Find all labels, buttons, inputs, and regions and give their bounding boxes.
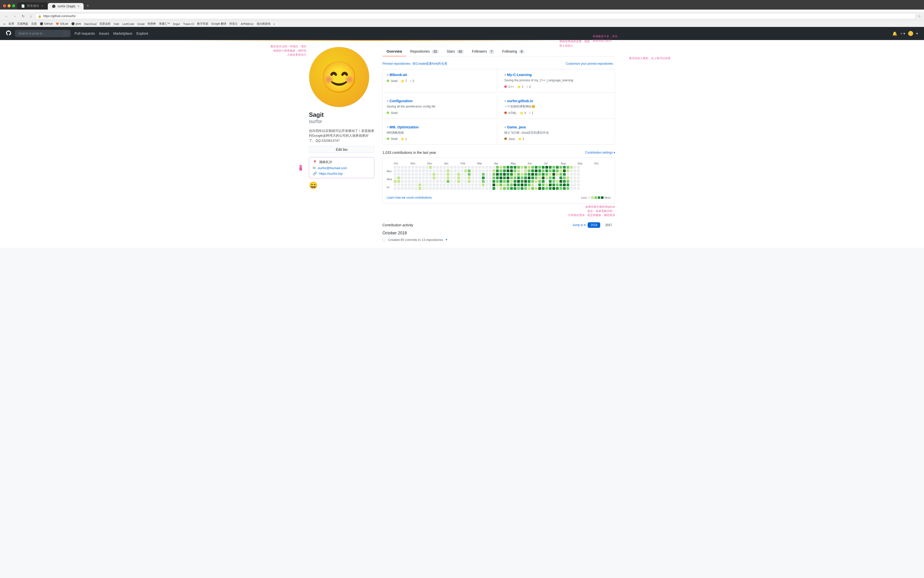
- contrib-day: [422, 173, 425, 176]
- notifications-bell[interactable]: 🔔: [892, 31, 897, 36]
- learn-link[interactable]: Learn how we count contributions.: [387, 196, 432, 200]
- tab-1-close[interactable]: ✕: [41, 4, 43, 8]
- contrib-week: [549, 166, 552, 190]
- contrib-day: [454, 173, 456, 176]
- contrib-day: [549, 187, 552, 190]
- website-link[interactable]: https://ourfor.top: [319, 172, 343, 175]
- tab-overview[interactable]: Overview: [382, 47, 406, 57]
- user-avatar[interactable]: [908, 31, 913, 36]
- refresh-button[interactable]: ↻: [20, 14, 26, 19]
- bookmark-baidu[interactable]: 百度: [31, 22, 37, 26]
- contrib-day: [443, 169, 446, 172]
- bookmark-gitlab[interactable]: 🦊 GitLab: [56, 22, 68, 26]
- tab-2[interactable]: ⚫ ourfor (Sagit) ✕: [48, 3, 84, 10]
- contrib-title: 1,033 contributions in the last year: [382, 151, 436, 154]
- bookmark-gmail[interactable]: Gmail: [137, 23, 145, 26]
- bookmark-leetcode[interactable]: LeetCode: [122, 23, 135, 26]
- bookmark-travis[interactable]: Travis CI: [183, 23, 194, 26]
- contrib-day: [471, 173, 474, 176]
- contrib-week: [404, 166, 407, 190]
- contrib-day: [408, 180, 411, 183]
- bookmark-imgur[interactable]: Imgur: [173, 23, 180, 26]
- contrib-day: [538, 169, 541, 172]
- repo-name-3[interactable]: Configuration: [390, 99, 412, 103]
- more-bookmarks[interactable]: »: [273, 23, 275, 26]
- tab-stars[interactable]: Stars 92: [443, 47, 468, 57]
- contrib-day: [432, 177, 435, 179]
- contrib-day: [411, 180, 414, 183]
- bookmark-zhihushu[interactable]: 智慧树: [148, 22, 156, 26]
- edit-bio-button[interactable]: Edit bio: [309, 146, 374, 153]
- repo-name-6[interactable]: Game_java: [507, 125, 526, 129]
- bookmark-daocloud[interactable]: DaoCloud: [84, 23, 96, 26]
- bookmark-github[interactable]: ⚫ GitHub: [40, 22, 53, 26]
- home-button[interactable]: ⌂: [28, 14, 33, 19]
- contrib-day: [528, 169, 531, 172]
- contrib-day: [552, 187, 555, 190]
- repo-name-2[interactable]: My-C-Learning: [507, 73, 532, 77]
- contrib-day: [489, 173, 492, 176]
- contrib-day: [482, 166, 485, 169]
- bookmark-icon[interactable]: ☆: [918, 14, 921, 18]
- repo-name-5[interactable]: MI6_Optimization: [390, 125, 419, 129]
- repo-name-4[interactable]: ourfor.github.io: [507, 99, 533, 103]
- contrib-day: [468, 183, 471, 186]
- contrib-day: [538, 173, 541, 176]
- jump-to-button[interactable]: Jump to ▾: [573, 223, 586, 227]
- nav-pull-requests[interactable]: Pull requests: [75, 31, 95, 36]
- tab-followers[interactable]: Followers 7: [468, 47, 498, 57]
- contrib-day: [535, 180, 538, 183]
- contrib-day: [500, 180, 502, 183]
- year-2017-button[interactable]: 2017: [602, 222, 615, 228]
- bookmark-google-translate[interactable]: Google 翻译: [211, 22, 227, 26]
- bookmark-apps[interactable]: 应用: [8, 22, 14, 26]
- bookmark-putong[interactable]: 薄通汇™: [159, 22, 170, 26]
- url-bar[interactable]: 🔒 https://github.com/ourfor: [35, 13, 916, 19]
- bookmark-aliyun[interactable]: 阿里云: [229, 22, 238, 26]
- repo-name-1[interactable]: Mibook-air: [390, 73, 408, 77]
- nav-marketplace[interactable]: Marketplace: [113, 31, 132, 36]
- contrib-day: [517, 177, 520, 179]
- bookmark-digit[interactable]: 数字常国: [197, 22, 208, 26]
- tab-following[interactable]: Following 6: [498, 47, 528, 57]
- contrib-day: [556, 169, 559, 172]
- less-label: Less: [581, 196, 587, 199]
- back-button[interactable]: ←: [3, 14, 10, 19]
- bookmark-gists[interactable]: ⚫ gists: [71, 22, 81, 26]
- maximize-button[interactable]: [12, 4, 15, 7]
- customize-link[interactable]: Customize your pinned repositories: [566, 62, 613, 65]
- bookmark-thunder[interactable]: 迅雷远程: [99, 22, 110, 26]
- contrib-settings[interactable]: Contribution settings ▾: [585, 151, 615, 154]
- new-tab-button[interactable]: +: [84, 2, 91, 10]
- year-2018-button[interactable]: 2018: [588, 222, 601, 228]
- nav-issues[interactable]: Issues: [99, 31, 109, 36]
- tab-2-close[interactable]: ✕: [77, 5, 80, 8]
- bookmark-baiduyun[interactable]: 百度网盘: [17, 22, 28, 26]
- repo-icon-4: ≡: [504, 99, 506, 103]
- minimize-button[interactable]: [8, 4, 11, 7]
- search-box[interactable]: Search or jump to... /: [15, 30, 70, 37]
- new-item-button[interactable]: + ▾: [900, 31, 905, 36]
- bookmark-vultr[interactable]: Vultr: [114, 23, 119, 26]
- tab-repositories[interactable]: Repositories 32: [406, 47, 443, 57]
- repo-desc-6: 骑士飞行棋--Java语言的课后作业: [504, 131, 611, 135]
- contrib-day: [542, 187, 545, 190]
- url-text: https://github.com/ourfor: [43, 15, 76, 18]
- nav-explore[interactable]: Explore: [136, 31, 148, 36]
- bookmark-apkmirror[interactable]: APKMirror: [241, 23, 253, 26]
- contrib-day: [422, 187, 425, 190]
- tab-1[interactable]: 📄 登录成功 ✕: [17, 2, 47, 10]
- contrib-day: [521, 187, 523, 190]
- activity-expand[interactable]: ▾: [446, 238, 447, 242]
- github-logo[interactable]: [6, 31, 11, 37]
- contrib-day: [549, 173, 552, 176]
- bookmark-dao[interactable]: 道比根据地: [257, 22, 270, 26]
- email-link[interactable]: ourfor@foxmail.com: [318, 166, 347, 170]
- close-button[interactable]: [3, 4, 6, 7]
- contrib-day: [454, 177, 456, 179]
- forward-button[interactable]: →: [11, 14, 18, 19]
- user-menu-chevron[interactable]: ▾: [916, 31, 918, 36]
- contrib-day: [559, 166, 562, 169]
- contrib-day: [492, 187, 495, 190]
- contrib-day: [429, 169, 432, 172]
